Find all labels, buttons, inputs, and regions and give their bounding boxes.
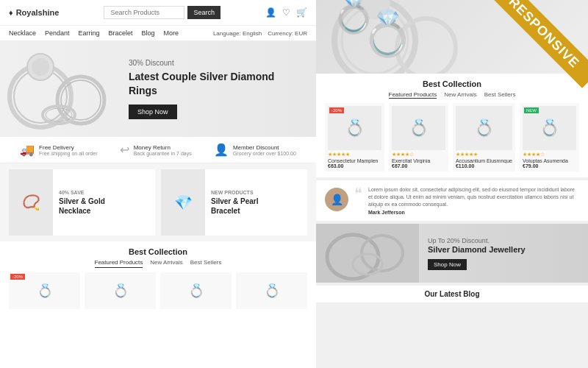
tab-featured[interactable]: Featured Products <box>95 259 143 268</box>
silver-banner-image <box>316 224 419 283</box>
blog-section: Our Latest Blog <box>316 286 588 302</box>
collection-section: Best Collection Featured Products New Ar… <box>0 241 316 312</box>
right-tab-new-arrivals[interactable]: New Arrivals <box>444 91 476 99</box>
member-icon: 👤 <box>214 143 229 157</box>
right-sale-badge-1: -20% <box>329 107 344 113</box>
right-price-2: €67.00 <box>392 163 445 169</box>
nav-bracelet[interactable]: Bracelet <box>109 29 133 37</box>
cart-icon[interactable]: 🛒 <box>296 7 307 18</box>
hero-banner: 30% Discount Latest Couple Silver Diamon… <box>0 41 316 137</box>
necklace-title: Silver & GoldNecklace <box>59 197 105 216</box>
responsive-banner-text: RESPONSIVE <box>489 0 588 88</box>
right-name-2: Exercitat Virginia <box>392 158 445 163</box>
tab-new-arrivals[interactable]: New Arrivals <box>150 259 182 268</box>
delivery-icon: 🚚 <box>20 143 35 157</box>
hero-title: Latest Couple Silver Diamond Rings <box>129 70 305 96</box>
promo-cards: 📿 40% SAVE Silver & GoldNecklace 💎 NEW P… <box>0 163 316 241</box>
sale-badge-1: -20% <box>10 274 25 280</box>
blog-title: Our Latest Blog <box>325 290 579 298</box>
feature-return-sub: Back guarantee in 7 days <box>134 151 192 156</box>
right-name-1: Consectetur Mamplen <box>328 158 381 163</box>
header-icons: 👤 ♡ 🛒 <box>265 7 307 18</box>
right-product-2[interactable]: 💍 ★★★★☆ Exercitat Virginia €67.00 <box>389 103 448 171</box>
tab-best-sellers[interactable]: Best Sellers <box>190 259 222 268</box>
site-nav: Necklace Pendant Earring Bracelet Blog M… <box>0 26 316 41</box>
feature-member-title: Member Discount <box>233 144 296 151</box>
search-bar: Search <box>104 6 220 19</box>
right-panel: RESPONSIVE 💍 💍 Best Collection Featured … <box>316 0 588 368</box>
mini-product-1[interactable]: -20% 💍 <box>9 272 80 309</box>
right-name-3: Accusantium Eiusmnque <box>456 158 512 163</box>
svg-point-12 <box>327 235 379 279</box>
logo-diamond-icon: ♦ <box>9 8 13 17</box>
testimonial-section: 👤 ❝ Lorem ipsum dolor sit, consectetur a… <box>316 180 588 221</box>
feature-return: ↩ Money Return Back guarantee in 7 days <box>120 143 192 157</box>
right-stars-2: ★★★★☆ <box>392 152 445 158</box>
hero-shop-now-button[interactable]: Shop Now <box>129 105 177 119</box>
search-button[interactable]: Search <box>187 6 220 19</box>
feature-delivery-sub: Free shipping on all order <box>39 151 97 156</box>
right-product-img-3: 💍 <box>456 106 512 150</box>
right-product-3[interactable]: 💍 ★★★★★ Accusantium Eiusmnque €110.00 <box>453 103 515 171</box>
features-bar: 🚚 Free Delivery Free shipping on all ord… <box>0 137 316 163</box>
svg-point-3 <box>32 58 49 76</box>
silver-shop-now-button[interactable]: Shop Now <box>428 259 467 270</box>
bracelet-image: 💎 <box>161 169 205 236</box>
testimonial-content: Lorem ipsum dolor sit, consectetur adipi… <box>368 186 579 215</box>
feature-delivery-title: Free Delivery <box>39 144 97 151</box>
logo: ♦ Royalshine <box>9 8 59 17</box>
feature-member-sub: Grocery order over $100.00 <box>233 151 296 156</box>
feature-return-title: Money Return <box>134 144 192 151</box>
right-product-img-2: 💍 <box>392 106 445 150</box>
right-price-4: €79.00 <box>523 163 576 169</box>
account-icon[interactable]: 👤 <box>265 7 276 18</box>
nav-more[interactable]: More <box>164 29 179 37</box>
promo-card-bracelet[interactable]: 💎 NEW PRODUCTS Silver & PearlBracelet <box>161 169 307 236</box>
testimonial-author: Mark Jefferson <box>368 210 579 215</box>
nav-earring[interactable]: Earring <box>79 29 100 37</box>
logo-text: Royalshine <box>16 8 60 17</box>
necklace-image: 📿 <box>9 169 53 236</box>
mini-product-3[interactable]: 💍 <box>160 272 232 309</box>
bracelet-badge: NEW PRODUCTS <box>211 190 258 195</box>
nav-blog[interactable]: Blog <box>142 29 155 37</box>
right-price-1: €63.00 <box>328 163 381 169</box>
svg-point-10 <box>360 0 390 18</box>
collection-tabs: Featured Products New Arrivals Best Sell… <box>9 259 307 268</box>
collection-title: Best Collection <box>9 247 307 256</box>
promo-card-necklace[interactable]: 📿 40% SAVE Silver & GoldNecklace <box>9 169 155 236</box>
silver-jewellery-banner: Up To 20% Discount. Silver Diamond Jewel… <box>316 224 588 283</box>
nav-necklace[interactable]: Necklace <box>9 29 36 37</box>
search-input[interactable] <box>104 6 184 19</box>
responsive-badge: RESPONSIVE <box>478 0 588 110</box>
svg-point-4 <box>57 77 104 124</box>
silver-banner-text: Up To 20% Discount. Silver Diamond Jewel… <box>419 228 588 278</box>
silver-title: Silver Diamond Jewellery <box>428 244 579 255</box>
nav-links: Necklace Pendant Earring Bracelet Blog M… <box>9 29 179 37</box>
right-product-1[interactable]: -20% 💍 ★★★★★ Consectetur Mamplen €63.00 <box>325 103 384 171</box>
mini-product-4[interactable]: 💍 <box>236 272 307 309</box>
mini-products: -20% 💍 💍 💍 💍 <box>9 272 307 309</box>
right-product-img-4: NEW 💍 <box>523 106 576 150</box>
language-selector[interactable]: Language: English <box>213 30 262 37</box>
bracelet-title: Silver & PearlBracelet <box>211 197 258 216</box>
hero-discount: 30% Discount <box>129 59 305 67</box>
silver-discount-text: Up To 20% Discount. <box>428 237 579 244</box>
wishlist-icon[interactable]: ♡ <box>282 7 290 18</box>
nav-pendant[interactable]: Pendant <box>45 29 70 37</box>
necklace-text: 40% SAVE Silver & GoldNecklace <box>53 184 111 222</box>
right-stars-3: ★★★★★ <box>456 152 512 158</box>
right-tab-featured[interactable]: Featured Products <box>389 91 437 99</box>
feature-delivery: 🚚 Free Delivery Free shipping on all ord… <box>20 143 97 157</box>
hero-text: 30% Discount Latest Couple Silver Diamon… <box>118 52 316 126</box>
right-stars-4: ★★★★☆ <box>523 152 576 158</box>
necklace-badge: 40% SAVE <box>59 190 105 195</box>
testimonial-text: Lorem ipsum dolor sit, consectetur adipi… <box>368 186 579 208</box>
testimonial-avatar: 👤 <box>325 188 348 211</box>
right-product-4[interactable]: NEW 💍 ★★★★☆ Voluptas Asumenda €79.00 <box>520 103 579 171</box>
mini-product-2[interactable]: 💍 <box>85 272 156 309</box>
quote-icon: ❝ <box>354 186 362 215</box>
currency-selector[interactable]: Currency: EUR <box>268 30 307 37</box>
left-panel: ♦ Royalshine Search 👤 ♡ 🛒 Necklace Penda… <box>0 0 316 368</box>
right-product-img-1: -20% 💍 <box>328 106 381 150</box>
